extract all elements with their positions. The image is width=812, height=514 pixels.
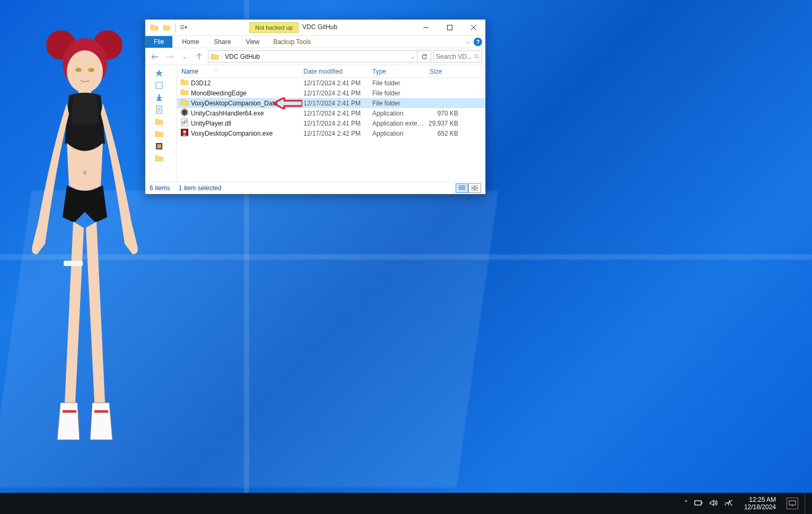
file-name: MonoBleedingEdge [191, 90, 247, 97]
file-row[interactable]: VoxyDesktopCompanion_Data12/17/2024 2:41… [177, 98, 485, 108]
titlebar[interactable]: ☰▾ Not backed up VDC GitHub [145, 20, 485, 36]
network-icon[interactable] [694, 499, 703, 508]
file-date: 12/17/2024 2:41 PM [299, 120, 368, 127]
tab-view[interactable]: View [238, 36, 267, 48]
file-size: 970 KB [425, 110, 462, 117]
nav-folder[interactable] [145, 116, 177, 127]
tab-share[interactable]: Share [206, 36, 238, 48]
folder-icon [211, 52, 219, 61]
file-icon [180, 108, 189, 118]
volume-icon[interactable] [709, 499, 718, 508]
address-dropdown-icon[interactable]: ⌄ [411, 54, 415, 59]
folder-open-icon[interactable] [161, 22, 173, 33]
folder-icon [149, 22, 160, 33]
file-row[interactable]: UnityPlayer.dll12/17/2024 2:41 PMApplica… [177, 118, 485, 128]
svg-point-12 [475, 55, 478, 58]
file-date: 12/17/2024 2:41 PM [299, 79, 368, 87]
file-name: VoxyDesktopCompanion.exe [191, 130, 273, 137]
file-type: Application [368, 110, 425, 117]
svg-rect-26 [472, 189, 474, 191]
window-title: VDC GitHub [302, 23, 337, 31]
column-header-date[interactable]: Date modified [299, 68, 368, 75]
refresh-button[interactable] [417, 50, 431, 63]
column-header-size[interactable]: Size [425, 68, 462, 75]
file-date: 12/17/2024 2:42 PM [299, 130, 368, 137]
action-center-icon[interactable] [787, 498, 798, 509]
tab-file[interactable]: File [145, 36, 172, 48]
search-input[interactable] [433, 50, 482, 63]
nav-up-button[interactable]: 🡡 [193, 50, 206, 63]
file-icon [180, 78, 189, 88]
svg-rect-24 [472, 185, 474, 188]
file-row[interactable]: MonoBleedingEdge12/17/2024 2:41 PMFile f… [177, 88, 485, 98]
view-details-button[interactable] [456, 183, 468, 193]
svg-rect-25 [475, 185, 478, 188]
file-explorer-window: ☰▾ Not backed up VDC GitHub File Home Sh… [145, 19, 486, 194]
nav-quick-access[interactable] [145, 67, 177, 78]
nav-folder[interactable] [145, 128, 177, 139]
file-row[interactable]: D3D1212/17/2024 2:41 PMFile folder [177, 78, 485, 88]
svg-rect-11 [447, 25, 452, 30]
file-name: D3D12 [191, 79, 211, 87]
backup-status-badge[interactable]: Not backed up [249, 22, 299, 33]
file-name: VoxyDesktopCompanion_Data [191, 100, 277, 107]
quick-access-toolbar: ☰▾ [145, 22, 189, 33]
nav-downloads[interactable] [145, 92, 177, 103]
show-desktop-button[interactable] [805, 493, 808, 514]
taskbar[interactable]: ˄ 12:25 AM 12/18/2024 [0, 493, 812, 514]
tab-home[interactable]: Home [174, 36, 206, 48]
close-button[interactable] [461, 20, 485, 35]
address-bar[interactable]: › VDC GitHub ⌄ [208, 50, 417, 63]
file-type: File folder [368, 90, 425, 97]
svg-rect-14 [156, 82, 162, 88]
status-selected-count: 1 item selected [179, 184, 222, 192]
status-bar: 6 items 1 item selected [145, 182, 485, 194]
column-header-type[interactable]: Type [368, 68, 425, 75]
svg-rect-27 [475, 189, 478, 191]
svg-point-23 [183, 130, 186, 134]
nav-item[interactable] [145, 140, 177, 152]
ribbon-tabs: File Home Share View Backup Tools ⌵ ? [145, 36, 485, 48]
svg-rect-17 [157, 144, 161, 148]
input-language-icon[interactable] [724, 499, 734, 508]
view-large-icons-button[interactable] [468, 183, 481, 193]
file-type: File folder [368, 79, 425, 87]
nav-folder[interactable] [145, 153, 177, 164]
svg-rect-28 [695, 501, 701, 505]
breadcrumb[interactable]: VDC GitHub [225, 53, 260, 60]
file-row[interactable]: UnityCrashHandler64.exe12/17/2024 2:41 P… [177, 108, 485, 118]
help-icon[interactable]: ? [474, 38, 482, 46]
svg-marker-13 [155, 69, 163, 77]
file-icon [180, 98, 189, 108]
ribbon-collapse-icon[interactable]: ⌵ [467, 38, 470, 45]
svg-rect-29 [789, 501, 796, 505]
tab-backup-tools[interactable]: Backup Tools [267, 36, 317, 48]
file-icon [180, 88, 189, 98]
navigation-pane[interactable] [145, 65, 177, 182]
qat-customize-icon[interactable]: ☰▾ [178, 22, 189, 33]
file-type: Application [368, 130, 425, 137]
search-icon [474, 54, 479, 60]
file-type: File folder [368, 100, 425, 107]
nav-item[interactable] [145, 79, 177, 91]
nav-recent-dropdown[interactable]: ⌄ [178, 50, 191, 63]
file-type: Application exten... [368, 120, 425, 127]
file-date: 12/17/2024 2:41 PM [299, 90, 368, 97]
file-size: 29,937 KB [425, 120, 462, 127]
file-list: Name⌃ Date modified Type Size D3D1212/17… [177, 65, 485, 182]
taskbar-clock[interactable]: 12:25 AM 12/18/2024 [740, 496, 780, 511]
sort-ascending-icon: ⌃ [214, 69, 218, 74]
column-header-name[interactable]: Name⌃ [177, 68, 299, 75]
system-tray: ˄ 12:25 AM 12/18/2024 [684, 493, 812, 514]
nav-forward-button[interactable]: 🡢 [163, 50, 176, 63]
search-field[interactable] [436, 53, 474, 60]
file-icon [180, 118, 189, 128]
status-item-count: 6 items [150, 184, 170, 192]
tray-overflow-icon[interactable]: ˄ [684, 499, 688, 508]
file-row[interactable]: VoxyDesktopCompanion.exe12/17/2024 2:42 … [177, 128, 485, 138]
minimize-button[interactable] [414, 20, 438, 35]
nav-documents[interactable] [145, 104, 177, 115]
file-date: 12/17/2024 2:41 PM [299, 100, 368, 107]
maximize-button[interactable] [438, 20, 461, 35]
nav-back-button[interactable]: 🡠 [149, 50, 161, 63]
